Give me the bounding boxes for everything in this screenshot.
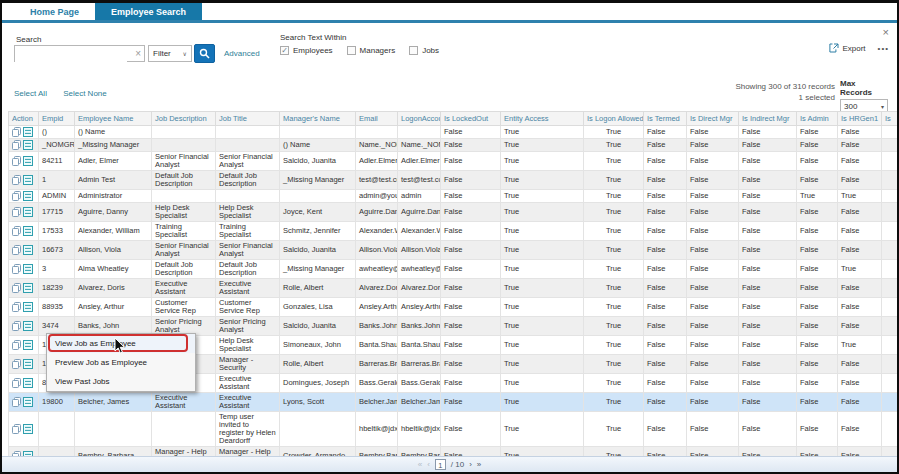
column-header-is-lockedout[interactable]: Is LockedOut [441,112,501,126]
table-row[interactable]: 17533Alexander, WilliamTraining Speciali… [9,222,899,241]
copy-job-icon[interactable] [12,207,21,217]
view-details-icon[interactable] [23,156,33,166]
view-details-icon[interactable] [23,127,33,137]
checkbox-managers[interactable]: Managers [347,46,396,55]
copy-job-icon[interactable] [12,245,21,255]
copy-job-icon[interactable] [12,226,21,236]
view-details-icon[interactable] [23,359,33,369]
tab-employee-search[interactable]: Employee Search [95,3,202,20]
column-header-is[interactable]: Is [882,112,899,126]
table-row[interactable]: 17715Aguirre, DannyHelp Desk SpecialistH… [9,203,899,222]
checkbox-employees[interactable]: ✓Employees [280,46,333,55]
column-header-logonaccount[interactable]: LogonAccount [398,112,441,126]
cell-email: Banta.Shaun [356,336,398,355]
copy-job-icon[interactable] [12,302,21,312]
view-details-icon[interactable] [23,175,33,185]
cell-job-desc: Training Specialist [152,222,216,241]
column-header-empid[interactable]: Empid [39,112,75,126]
cell-termed: False [644,317,687,336]
copy-job-icon[interactable] [12,264,21,274]
view-details-icon[interactable] [23,226,33,236]
table-row[interactable]: 88935Ansley, ArthurCustomer Service RepC… [9,298,899,317]
table-row[interactable]: _NOMGR_Missing Manager() NameName._NOMNa… [9,139,899,152]
first-page-button[interactable]: « [418,460,422,469]
view-details-icon[interactable] [23,264,33,274]
copy-job-icon[interactable] [12,140,21,150]
view-details-icon[interactable] [23,378,33,388]
table-row[interactable]: 18239Alvarez, DorisExecutive AssistantEx… [9,279,899,298]
cell-direct-mgr: False [687,355,739,374]
copy-job-icon[interactable] [12,424,21,434]
context-menu-item-preview-job-as-employee[interactable]: Preview Job as Employee [47,353,195,372]
copy-job-icon[interactable] [12,340,21,350]
tab-home-page[interactable]: Home Page [14,3,95,20]
cell-is [882,152,899,171]
cell-hrgen1: False [838,355,882,374]
table-row[interactable]: 19800Belcher, JamesExecutive AssistantEx… [9,393,899,412]
search-button[interactable] [194,44,215,63]
cell-manager: Rolle, Albert [280,279,356,298]
column-header-job-description[interactable]: Job Description [152,112,216,126]
copy-job-icon[interactable] [12,321,21,331]
column-header-is-termed[interactable]: Is Termed [644,112,687,126]
clear-search-icon[interactable]: × [135,48,141,59]
copy-job-icon[interactable] [12,378,21,388]
last-page-button[interactable]: » [477,460,481,469]
checkbox-jobs[interactable]: Jobs [409,46,439,55]
more-options-button[interactable]: ••• [878,44,889,53]
column-header-is-indirect-mgr[interactable]: Is Indirect Mgr [739,112,797,126]
view-details-icon[interactable] [23,140,33,150]
checkbox-label: Employees [293,46,333,55]
select-all-link[interactable]: Select All [14,89,47,98]
table-row[interactable]: 3Alma WheatleyDefault Job DescriptionDef… [9,260,899,279]
cell-admin: False [797,241,838,260]
view-details-icon[interactable] [23,302,33,312]
copy-job-icon[interactable] [12,283,21,293]
search-input[interactable] [15,50,127,65]
view-details-icon[interactable] [23,340,33,350]
previous-page-button[interactable]: ‹ [427,460,430,469]
column-header-is-logon-allowed[interactable]: Is Logon Allowed [584,112,644,126]
cell-job-title: Help Desk Specialist [216,203,280,222]
table-row[interactable]: Temp user invited to register by Helen D… [9,412,899,447]
table-row[interactable]: 84211Adler, ElmerSenior Financial Analys… [9,152,899,171]
filter-dropdown[interactable]: Filter ∨ [148,45,192,62]
action-cell [9,222,39,241]
column-header-action[interactable]: Action [9,112,39,126]
view-details-icon[interactable] [23,424,33,434]
page-count-text: / 10 [451,460,464,469]
view-details-icon[interactable] [23,397,33,407]
table-row[interactable]: 1Admin TestDefault Job DescriptionDefaul… [9,171,899,190]
checkbox-label: Managers [360,46,396,55]
view-details-icon[interactable] [23,321,33,331]
column-header-manager-s-name[interactable]: Manager's Name [280,112,356,126]
column-header-employee-name[interactable]: Employee Name [75,112,152,126]
view-details-icon[interactable] [23,245,33,255]
copy-job-icon[interactable] [12,127,21,137]
column-header-is-hrgen1[interactable]: Is HRGen1 [838,112,882,126]
copy-job-icon[interactable] [12,359,21,369]
advanced-link[interactable]: Advanced [224,49,260,58]
next-page-button[interactable]: › [469,460,472,469]
copy-job-icon[interactable] [12,397,21,407]
cell-logon: Alvarez.Doris@hrt [398,279,441,298]
context-menu-item-view-past-jobs[interactable]: View Past Jobs [47,372,195,391]
table-row[interactable]: ()() NameFalseTrueTrueFalseFalseFalseFal… [9,126,899,139]
table-row[interactable]: ADMINAdministratoradmin@youradminFalseTr… [9,190,899,203]
column-header-job-title[interactable]: Job Title [216,112,280,126]
view-details-icon[interactable] [23,191,33,201]
copy-job-icon[interactable] [12,191,21,201]
table-row[interactable]: 16673Allison, ViolaSenior Financial Anal… [9,241,899,260]
select-none-link[interactable]: Select None [63,89,107,98]
column-header-email[interactable]: Email [356,112,398,126]
view-details-icon[interactable] [23,207,33,217]
copy-job-icon[interactable] [12,156,21,166]
column-header-entity-access[interactable]: Entity Access [501,112,584,126]
current-page-input[interactable]: 1 [435,459,446,470]
view-details-icon[interactable] [23,283,33,293]
column-header-is-admin[interactable]: Is Admin [797,112,838,126]
export-button[interactable]: Export [829,43,865,53]
cell-direct-mgr: False [687,171,739,190]
copy-job-icon[interactable] [12,175,21,185]
column-header-is-direct-mgr[interactable]: Is Direct Mgr [687,112,739,126]
